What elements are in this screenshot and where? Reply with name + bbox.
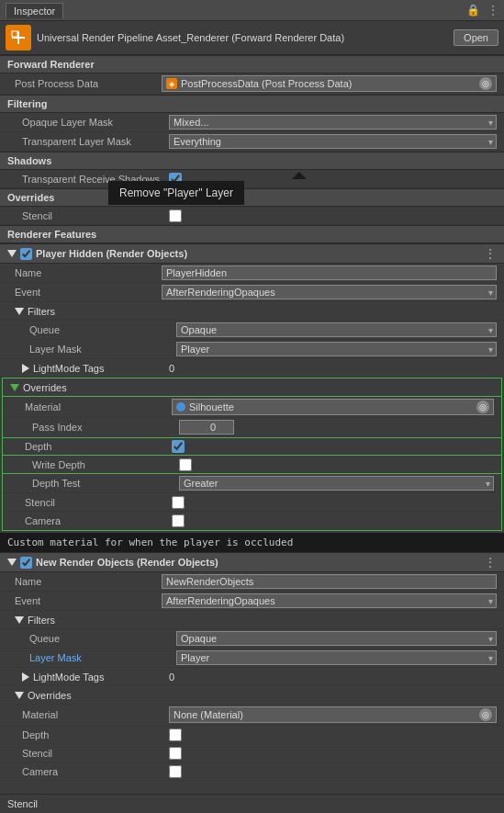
nro-enabled[interactable] [20,557,32,569]
nro-queue-select[interactable]: Opaque [176,631,497,646]
stencil-top-checkbox[interactable] [169,209,182,222]
ph-overrides-triangle[interactable] [10,384,19,391]
ph-queue-label: Queue [29,324,176,335]
callout2-bar: Custom material for when the player is o… [0,533,504,552]
ph-overrides-header[interactable]: Overrides [3,378,501,397]
nro-material-select-btn[interactable]: ◎ [479,708,492,721]
title-bar-left: Inspector [6,3,63,18]
nro-camera-label: Camera [22,766,169,777]
asset-header-left: Universal Render Pipeline Asset_Renderer… [6,25,344,51]
nro-layermask-row: Layer Mask Player [0,649,504,668]
nro-stencil-checkbox[interactable] [169,747,182,760]
ph-filters-foldout[interactable]: Filters [0,302,504,321]
svg-rect-2 [12,31,17,37]
ph-stencil-row: Stencil [3,493,501,512]
lock-icon[interactable]: 🔒 [466,4,480,17]
ph-camera-label: Camera [25,515,172,526]
post-process-field[interactable]: ◈ PostProcessData (Post Process Data) ◎ [162,75,497,92]
ph-passindex-label: Pass Index [32,422,179,433]
nro-material-field[interactable]: None (Material) ◎ [169,706,497,723]
nro-camera-checkbox[interactable] [169,765,182,778]
nro-lightmode-triangle[interactable] [22,672,29,682]
ph-depth-checkbox[interactable] [172,440,185,453]
transparent-layer-row: Transparent Layer Mask Everything [0,132,504,152]
ph-material-select-btn[interactable]: ◎ [476,401,489,413]
ph-layermask-select[interactable]: Player [176,342,497,356]
callout-tooltip: Remove "Player" Layer [108,181,244,205]
nro-queue-row: Queue Opaque [0,629,504,649]
ph-writedepth-label: Write Depth [32,459,179,470]
ph-event-label: Event [15,287,162,298]
opaque-select[interactable]: Mixed... [169,115,497,130]
player-hidden-collapse[interactable] [7,250,17,257]
menu-icon[interactable]: ⋮ [487,4,498,17]
post-process-value: ◈ PostProcessData (Post Process Data) ◎ [162,75,497,92]
nro-overrides-triangle[interactable] [15,692,24,699]
bottom-bar: Stencil [0,794,504,812]
ph-passindex-input[interactable] [179,420,234,435]
ph-camera-checkbox[interactable] [172,514,185,527]
inspector-content: Forward Renderer Post Process Data ◈ Pos… [0,55,504,794]
nro-filters-foldout[interactable]: Filters [0,611,504,629]
ph-name-label: Name [15,267,162,278]
post-process-label: Post Process Data [15,78,162,89]
opaque-select-wrapper: Mixed... [169,115,497,130]
player-hidden-title: Player Hidden (Render Objects) [36,248,187,259]
ph-event-select[interactable]: AfterRenderingOpaques [162,285,497,299]
nro-lightmode-value: 0 [169,672,174,683]
ph-depthtest-label: Depth Test [32,478,179,489]
ph-overrides-group: Overrides Material Silhouette ◎ Pass Ind… [2,378,502,531]
ph-lightmode-label: LightMode Tags [33,363,104,374]
post-process-select-btn[interactable]: ◎ [479,77,492,90]
asset-icon [6,25,31,51]
ph-lightmode-value: 0 [169,363,174,374]
nro-menu[interactable]: ⋮ [484,556,497,569]
nro-event-row: Event AfterRenderingOpaques [0,592,504,611]
nro-overrides-foldout[interactable]: Overrides [0,686,504,705]
nro-camera-row: Camera [0,762,504,781]
nro-filters-triangle[interactable] [15,616,24,624]
nro-name-row: Name [0,572,504,592]
ph-stencil-checkbox[interactable] [172,496,185,509]
section-forward-renderer: Forward Renderer [0,55,504,73]
stencil-top-label: Stencil [22,210,169,221]
nro-collapse[interactable] [7,559,17,566]
player-hidden-menu[interactable]: ⋮ [484,247,497,260]
nro-name-input[interactable] [162,574,497,589]
ph-passindex-row: Pass Index [3,418,501,437]
ph-material-field[interactable]: Silhouette ◎ [172,399,494,415]
ph-material-text: Silhouette [189,401,234,412]
ph-writedepth-checkbox[interactable] [179,458,192,471]
nro-event-select[interactable]: AfterRenderingOpaques [162,593,497,608]
section-renderer-features: Renderer Features [0,225,504,243]
ph-queue-select[interactable]: Opaque [176,322,497,337]
ph-depth-row: Depth [3,437,501,456]
ph-lightmode-triangle[interactable] [22,364,29,373]
nro-depth-row: Depth [0,726,504,744]
nro-layermask-select[interactable]: Player [176,650,497,665]
ph-overrides-label: Overrides [23,382,67,393]
ph-material-dot [176,402,185,412]
ph-name-input[interactable] [162,265,497,280]
transparent-select[interactable]: Everything [169,134,497,149]
asset-title: Universal Render Pipeline Asset_Renderer… [37,32,344,43]
inspector-tab[interactable]: Inspector [6,3,63,18]
player-hidden-enabled[interactable] [20,248,32,260]
section-filtering: Filtering [0,95,504,113]
title-bar-icons: 🔒 ⋮ [466,4,498,17]
nro-depth-checkbox[interactable] [169,728,182,741]
transparent-value: Everything [169,134,497,149]
open-button[interactable]: Open [454,29,498,46]
stencil-top-value [169,209,497,222]
ph-camera-row: Camera [3,512,501,530]
ph-depth-label: Depth [25,441,172,452]
transparent-receive-value: Remove "Player" Layer [169,173,497,186]
ph-depthtest-select[interactable]: Greater [179,476,494,491]
opaque-layer-row: Opaque Layer Mask Mixed... [0,113,504,132]
ph-filters-triangle[interactable] [15,308,24,315]
transparent-receive-row: Transparent Receive Shadows Remove "Play… [0,170,504,188]
transparent-select-wrapper: Everything [169,134,497,149]
nro-title: New Render Objects (Render Objects) [36,557,218,568]
ph-event-row: Event AfterRenderingOpaques [0,283,504,302]
ph-depthtest-row: Depth Test Greater [3,474,501,493]
